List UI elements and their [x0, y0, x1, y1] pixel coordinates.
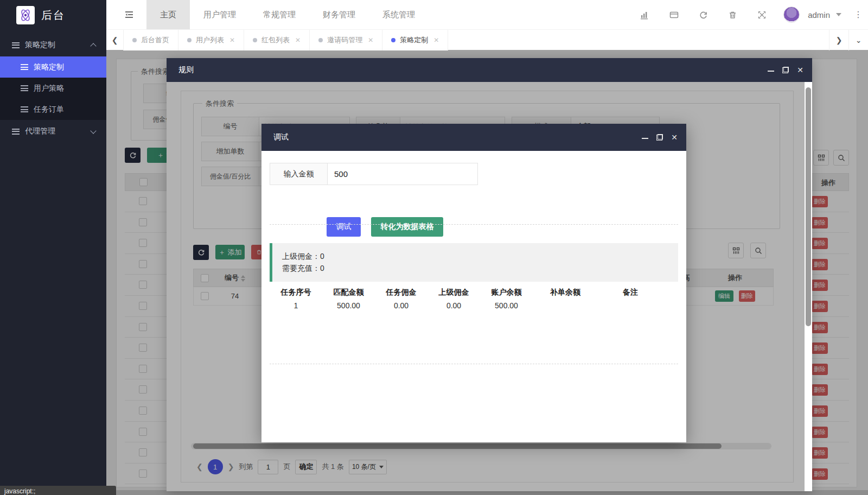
sidebar-group-label: 代理管理: [25, 126, 55, 136]
result-table: 任务序号匹配金额任务佣金上级佣金账户余额补单余额备注 1500.000.000.…: [270, 288, 678, 310]
nav-item-财务管理[interactable]: 财务管理: [309, 0, 369, 29]
username[interactable]: admin: [808, 10, 830, 20]
chevron-down-icon: [90, 128, 96, 134]
result-col-header: 任务佣金: [375, 288, 427, 297]
amount-field[interactable]: [328, 163, 478, 185]
tab-label: 红包列表: [261, 35, 290, 45]
tab-邀请码管理[interactable]: 邀请码管理✕: [310, 30, 382, 50]
minimize-icon[interactable]: [768, 67, 774, 73]
tab-红包列表[interactable]: 红包列表✕: [244, 30, 310, 50]
close-tab-icon[interactable]: ✕: [433, 36, 439, 44]
sidebar-submenu: 策略定制用户策略任务订单: [0, 56, 106, 120]
summary-line: 上级佣金：0: [282, 250, 678, 262]
topnav: 主页用户管理常规管理财务管理系统管理: [146, 0, 429, 29]
caret-down-icon[interactable]: [836, 13, 841, 16]
result-col-header: 账户余额: [480, 288, 533, 297]
nav-item-系统管理[interactable]: 系统管理: [369, 0, 429, 29]
summary-line: 需要充值：0: [282, 262, 678, 274]
list-icon: [21, 85, 28, 91]
scrollbar-thumb[interactable]: [806, 87, 811, 326]
tab-用户列表[interactable]: 用户列表✕: [178, 30, 244, 50]
result-col-header: 匹配金额: [322, 288, 375, 297]
trash-icon[interactable]: [728, 10, 737, 20]
close-tab-icon[interactable]: ✕: [368, 36, 373, 44]
result-col-header: 任务序号: [270, 288, 322, 297]
tab-label: 策略定制: [400, 35, 428, 45]
tab-label: 邀请码管理: [327, 35, 362, 45]
result-col-header: 补单余额: [533, 288, 598, 297]
debug-modal: 调试 ✕ 输入金额 调试 转化为数据表格 上级佣金：0 需要充值：0 任务: [261, 124, 686, 442]
divider: [270, 224, 678, 225]
nav-item-常规管理[interactable]: 常规管理: [250, 0, 309, 29]
avatar[interactable]: [783, 7, 800, 23]
result-cell: 0.00: [427, 301, 480, 310]
debug-run-button[interactable]: 调试: [327, 217, 361, 237]
tab-后台首页[interactable]: 后台首页: [124, 30, 178, 50]
amount-group: 输入金额: [270, 163, 478, 185]
minimize-icon[interactable]: [642, 134, 648, 141]
sidebar-item-label: 策略定制: [34, 62, 64, 72]
close-tab-icon[interactable]: ✕: [229, 36, 235, 44]
maximize-icon[interactable]: [782, 67, 789, 73]
divider: [270, 364, 678, 364]
debug-window-controls: ✕: [642, 124, 678, 151]
result-cell: 1: [270, 301, 322, 310]
topbar: 主页用户管理常规管理财务管理系统管理 admin ⋮: [106, 0, 868, 29]
sidebar-item-label: 用户策略: [34, 84, 64, 93]
list-icon: [12, 129, 20, 135]
list-icon: [12, 42, 20, 48]
maximize-icon[interactable]: [656, 134, 663, 141]
sidebar-item-策略定制[interactable]: 策略定制: [0, 56, 106, 78]
sidebar-item-用户策略[interactable]: 用户策略: [0, 78, 106, 99]
result-table-rows: 1500.000.000.00500.00: [270, 301, 678, 310]
sidebar: 后台 策略定制策略定制用户策略任务订单代理管理: [0, 0, 106, 495]
app-root: 后台 策略定制策略定制用户策略任务订单代理管理 主页用户管理常规管理财务管理系统…: [0, 0, 868, 495]
sidebar-group-代理管理[interactable]: 代理管理: [0, 120, 106, 143]
tab-label: 用户列表: [196, 35, 224, 45]
list-icon: [21, 106, 28, 112]
debug-modal-body: 输入金额 调试 转化为数据表格 上级佣金：0 需要充值：0 任务序号匹配金额任务…: [261, 151, 686, 442]
fullscreen-icon[interactable]: [757, 10, 767, 20]
tab-dot: [391, 38, 395, 42]
tab-dot: [318, 38, 323, 42]
tab-dot: [132, 38, 137, 42]
close-icon[interactable]: ✕: [671, 134, 678, 141]
sidebar-item-任务订单[interactable]: 任务订单: [0, 99, 106, 120]
result-col-header: 备注: [598, 288, 663, 297]
sidebar-group-策略定制[interactable]: 策略定制: [0, 34, 106, 56]
nav-item-用户管理[interactable]: 用户管理: [190, 0, 250, 29]
chart-icon[interactable]: [640, 10, 649, 20]
topbar-tools: admin ⋮: [640, 0, 863, 29]
tabbar-right: ❯ ⌄: [829, 30, 868, 50]
tab-label: 后台首页: [141, 35, 169, 45]
tab-prev-icon[interactable]: ❮: [106, 30, 124, 50]
tab-next-icon[interactable]: ❯: [829, 30, 848, 50]
tab-dot: [253, 38, 257, 42]
result-table-header: 任务序号匹配金额任务佣金上级佣金账户余额补单余额备注: [270, 288, 678, 297]
logo: 后台: [0, 0, 106, 30]
link-status-tooltip: javascript:;: [0, 486, 116, 495]
kebab-icon[interactable]: ⋮: [854, 11, 863, 18]
app-title: 后台: [41, 8, 65, 23]
collapse-sidebar-icon[interactable]: [124, 9, 135, 20]
result-row: 1500.000.000.00500.00: [270, 301, 678, 310]
nav-item-主页[interactable]: 主页: [146, 0, 190, 29]
vertical-scrollbar[interactable]: [805, 82, 812, 491]
tab-dropdown-icon[interactable]: ⌄: [848, 30, 868, 50]
close-tab-icon[interactable]: ✕: [295, 36, 301, 44]
result-cell: 500.00: [480, 301, 533, 310]
close-icon[interactable]: ✕: [797, 67, 803, 73]
result-cell: 500.00: [322, 301, 375, 310]
chevron-up-icon: [90, 43, 96, 49]
result-col-header: 上级佣金: [427, 288, 480, 297]
result-cell: [598, 301, 663, 310]
convert-to-table-button[interactable]: 转化为数据表格: [371, 217, 443, 237]
tab-策略定制[interactable]: 策略定制✕: [382, 30, 448, 50]
result-cell: 0.00: [375, 301, 427, 310]
amount-label: 输入金额: [270, 163, 328, 185]
logo-icon: [16, 6, 35, 24]
debug-modal-titlebar: 调试 ✕: [261, 124, 686, 151]
card-icon[interactable]: [669, 10, 679, 20]
refresh-icon[interactable]: [699, 10, 708, 20]
tabbar: ❮ 后台首页用户列表✕红包列表✕邀请码管理✕策略定制✕ ❯ ⌄: [106, 29, 868, 50]
